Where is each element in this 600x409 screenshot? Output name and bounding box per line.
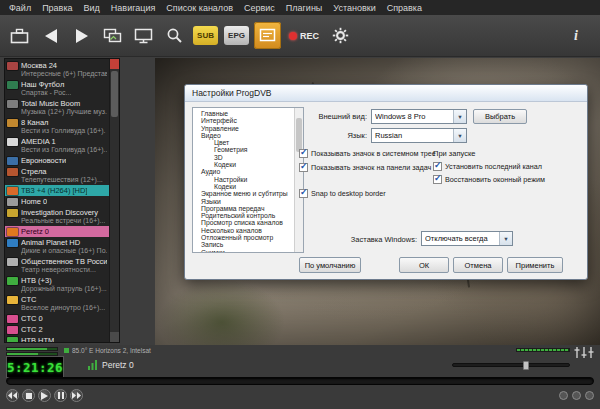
tree-item[interactable]: Кодеки (193, 161, 303, 168)
volume-slider[interactable] (452, 363, 570, 367)
pictures-button[interactable] (99, 22, 126, 49)
settings-button[interactable] (327, 22, 354, 49)
seek-bar[interactable] (6, 377, 594, 385)
tree-item[interactable]: Аудио (193, 168, 303, 175)
menu-item[interactable]: Сервис (244, 3, 275, 13)
subtitles-button[interactable]: SUB (192, 22, 219, 49)
tree-item[interactable]: Видео (193, 132, 303, 139)
tree-item[interactable]: Интерфейс (193, 117, 303, 124)
fullscreen-button[interactable] (585, 391, 594, 400)
next-button[interactable] (70, 389, 83, 402)
info-button[interactable]: i (568, 28, 584, 44)
tray-icon-checkbox[interactable]: ✓ Показывать значок в системном трее (299, 149, 436, 158)
channel-row[interactable]: CTC 2 (5, 324, 109, 335)
next-channel-button[interactable] (68, 22, 95, 49)
channel-name: Total Music Boom (21, 99, 107, 108)
tree-item[interactable]: Кодеки (193, 183, 303, 190)
tree-item[interactable]: Геометрия (193, 146, 303, 153)
apply-button[interactable]: Применить (507, 257, 563, 273)
current-channel-chip[interactable]: Peretz 0 (88, 360, 134, 370)
tree-item[interactable]: Настройки (193, 176, 303, 183)
menu-item[interactable]: Файл (9, 3, 31, 13)
play-button[interactable] (38, 389, 51, 402)
osd-button[interactable] (254, 22, 281, 49)
channel-row[interactable]: CTCВеселое диноутро (16+)... (5, 294, 109, 313)
tree-item[interactable]: Просмотр списка каналов (193, 219, 303, 226)
channel-row[interactable]: CTC 0 (5, 313, 109, 324)
record-button[interactable]: REC (285, 22, 323, 49)
channel-row[interactable]: Home 0 (5, 196, 109, 207)
mute-button[interactable] (559, 391, 568, 400)
volume-thumb[interactable] (523, 361, 529, 370)
stop-button[interactable] (22, 389, 35, 402)
satellite-status-label: 85.0° E Horizons 2, Intelsat (72, 347, 151, 354)
window-mode-checkbox[interactable]: ✓ Восстановить оконный режим (433, 175, 545, 184)
taskbar-icon-checkbox[interactable]: ✓ Показывать значок на панели задач * (299, 163, 436, 172)
channel-row[interactable]: AMEDIA 1Вести из Голливуда (16+)... (5, 136, 109, 155)
choose-button[interactable]: Выбрать (473, 109, 527, 124)
previous-button[interactable] (6, 389, 19, 402)
channel-row[interactable]: Наш ФутболСпартак - Рос... (5, 79, 109, 98)
search-button[interactable] (161, 22, 188, 49)
channel-row[interactable]: НТВ (+3)Дорожный патруль (16+)... (5, 275, 109, 294)
channel-row[interactable]: Евроновости (5, 155, 109, 166)
menu-item[interactable]: Справка (387, 3, 422, 13)
tree-item[interactable]: Главные (193, 110, 303, 117)
tree-item[interactable]: Запись (193, 241, 303, 248)
tree-scrollbar[interactable] (294, 108, 303, 252)
scroll-up-button[interactable] (110, 59, 119, 69)
channel-logo-icon (7, 209, 18, 217)
channel-row[interactable]: Общественное ТВ РоссииТеатр невероятност… (5, 256, 109, 275)
menu-item[interactable]: Плагины (286, 3, 322, 13)
tree-item[interactable]: Экранное меню и субтитры (193, 190, 303, 197)
channel-row[interactable]: Peretz 0 (5, 226, 109, 237)
channel-row[interactable]: СтрелаТелепутешествия (12+)... (5, 166, 109, 185)
channel-logo-icon (7, 258, 18, 266)
settings-dialog: Настройки ProgDVB ГлавныеИнтерфейсУправл… (184, 84, 588, 280)
channel-list-scrollbar[interactable] (109, 59, 119, 342)
ok-button[interactable]: ОК (399, 257, 449, 273)
epg-button[interactable]: EPG (223, 22, 250, 49)
menu-item[interactable]: Список каналов (166, 3, 233, 13)
tree-item[interactable]: Цвет (193, 139, 303, 146)
tree-item[interactable]: 3D (193, 154, 303, 161)
last-channel-checkbox[interactable]: ✓ Установить последний канал (433, 162, 542, 171)
channel-row[interactable]: 8 КаналВести из Голливуда (16+). Се... (5, 117, 109, 136)
display-button[interactable] (130, 22, 157, 49)
tree-item[interactable]: Управление (193, 125, 303, 132)
channel-row[interactable]: Investigation DiscoveryРеальные встречи … (5, 207, 109, 226)
arrow-right-icon (74, 28, 90, 44)
channel-row[interactable]: Москва 24Интересные (6+) Представи... (5, 60, 109, 79)
channel-logo-icon (7, 198, 18, 206)
tree-item[interactable]: Снимки (193, 249, 303, 253)
tree-item[interactable]: Программа передач (193, 205, 303, 212)
channel-row[interactable]: Total Music BoomМузыка (12+) Лучшие муз.… (5, 98, 109, 117)
menu-item[interactable]: Навигация (111, 3, 155, 13)
appearance-select[interactable]: Windows 8 Pro ▼ (371, 109, 467, 124)
pause-button[interactable] (54, 389, 67, 402)
channel-row[interactable]: Animal Planet HDДикие и опасные (16+) По… (5, 237, 109, 256)
prev-channel-button[interactable] (37, 22, 64, 49)
channel-name: Home 0 (21, 197, 47, 206)
cancel-button[interactable]: Отмена (453, 257, 503, 273)
snapshot-button[interactable] (572, 391, 581, 400)
menu-item[interactable]: Вид (84, 3, 100, 13)
channels-folder-button[interactable] (6, 22, 33, 49)
menu-item[interactable]: Правка (42, 3, 72, 13)
briefcase-icon (10, 28, 29, 44)
channel-row[interactable]: ТВ3 +4 (H264) [HD] (5, 185, 109, 196)
scroll-down-button[interactable] (110, 332, 119, 342)
tree-item[interactable]: Несколько каналов (193, 227, 303, 234)
channel-row[interactable]: НТВ HTM (5, 335, 109, 342)
menu-item[interactable]: Установки (333, 3, 375, 13)
defaults-button[interactable]: По умолчанию (299, 257, 361, 273)
snap-border-checkbox[interactable]: ✓ Snap to desktop border (299, 189, 386, 198)
appearance-label: Внешний вид: (297, 112, 367, 121)
tree-item[interactable]: Языки (193, 198, 303, 205)
language-select[interactable]: Russian ▼ (371, 128, 467, 143)
screensaver-select[interactable]: Отключать всегда ▼ (421, 231, 513, 246)
tree-item[interactable]: Отложенный просмотр (193, 234, 303, 241)
scrollbar-thumb[interactable] (111, 71, 118, 117)
equalizer-icon[interactable] (574, 346, 594, 359)
tree-item[interactable]: Родительский контроль (193, 212, 303, 219)
